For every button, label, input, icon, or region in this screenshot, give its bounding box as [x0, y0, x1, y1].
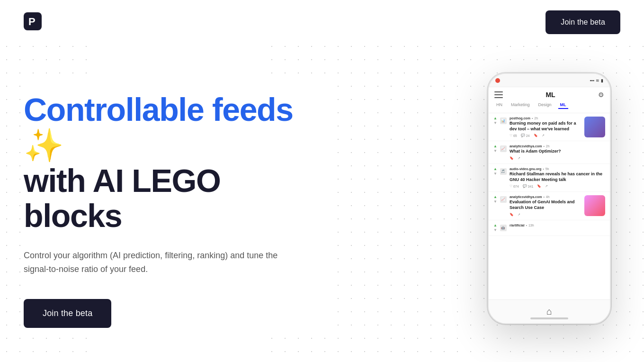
feed-actions: ♡ 674 💬 341 🔖 ↗: [510, 184, 605, 188]
share-btn[interactable]: ↗: [545, 184, 548, 188]
feed-thumbnail: [584, 117, 605, 137]
feed-sep: •: [543, 145, 544, 148]
recording-indicator: [495, 78, 500, 83]
vote-col: ▲ ▼: [493, 167, 497, 176]
bookmark-btn[interactable]: 🔖: [537, 184, 541, 188]
feed-title: Burning money on paid ads for a dev tool…: [510, 121, 581, 132]
downvote-button[interactable]: ▼: [493, 121, 497, 125]
feed-meta: analyticsvidhya.com • 4h: [510, 195, 581, 199]
tab-design[interactable]: Design: [537, 101, 554, 109]
home-icon[interactable]: ⌂: [546, 306, 552, 317]
feed-item: ▲ ▼ 🎵 audio-video.gnu.org • 5h: [489, 164, 610, 192]
tab-bar: HN Marketing Design ML: [494, 101, 604, 111]
feed-meta: analyticsvidhya.com • 2h: [510, 145, 605, 148]
upvote-button[interactable]: ▲: [493, 167, 497, 171]
phone-bottom-bar: ⌂: [489, 299, 610, 323]
feed-sep: •: [543, 167, 544, 171]
app-header-row: ML ⚙: [494, 91, 604, 99]
feed-title: Richard Stallman reveals he has cancer i…: [510, 172, 605, 182]
settings-icon[interactable]: ⚙: [598, 91, 604, 99]
tab-hn[interactable]: HN: [494, 101, 504, 109]
feed-thumbnail: [584, 195, 605, 216]
share-btn[interactable]: ↗: [542, 134, 545, 137]
home-indicator: [530, 317, 568, 319]
hamburger-icon[interactable]: [494, 91, 503, 98]
hero-subtitle: Control your algorithm (AI prediction, f…: [24, 249, 298, 276]
feed-title: Evaluation of GenAI Models and Search Us…: [510, 199, 581, 210]
downvote-button[interactable]: ▼: [493, 228, 497, 232]
bookmark-btn[interactable]: 🔖: [510, 213, 514, 217]
feed-content: analyticsvidhya.com • 4h Evaluation of G…: [510, 195, 581, 216]
tab-marketing[interactable]: Marketing: [509, 101, 532, 109]
feed-content: posthog.com • 2h Burning money on paid a…: [510, 117, 581, 137]
feed-sep: •: [543, 195, 544, 199]
logo-icon: P: [24, 12, 42, 30]
feed-source: analyticsvidhya.com: [510, 145, 542, 148]
feed-meta: posthog.com • 2h: [510, 117, 581, 120]
feed-content: analyticsvidhya.com • 2h What is Adam Op…: [510, 145, 605, 160]
feed-sep: •: [526, 224, 527, 227]
feed-time: 4h: [546, 195, 550, 199]
feed-source: posthog.com: [510, 117, 530, 120]
hero-title-line2: with AI LEGO blocks: [24, 163, 327, 234]
bookmark-btn[interactable]: 🔖: [510, 156, 514, 160]
battery-icon: ▮: [601, 78, 603, 83]
feed-meta: r/artificial • 13h: [510, 224, 605, 227]
feed-source-icon: 📈: [500, 145, 507, 152]
feed-source-icon: 📈: [500, 196, 507, 203]
app-title: ML: [546, 91, 555, 99]
comment-count: 💬 341: [523, 184, 534, 188]
feed-time: 13h: [528, 224, 534, 227]
hero-content: Controllable feeds ✨ with AI LEGO blocks…: [24, 82, 327, 328]
phone-status-bar: ▪▪▪ ≋ ▮: [489, 74, 610, 87]
bookmark-btn[interactable]: 🔖: [534, 134, 538, 137]
signal-icon: ▪▪▪: [590, 78, 594, 83]
downvote-button[interactable]: ▼: [493, 149, 497, 153]
feed-source: analyticsvidhya.com: [510, 195, 542, 199]
downvote-button[interactable]: ▼: [493, 200, 497, 204]
hero-title-line1: Controllable feeds ✨: [24, 92, 327, 163]
feed-source: r/artificial: [510, 224, 525, 227]
upvote-count: ♡ 65: [510, 134, 517, 137]
feed-time: •: [532, 117, 533, 120]
share-btn[interactable]: ↗: [518, 213, 520, 217]
vote-col: ▲ ▼: [493, 117, 497, 125]
hero-section: Controllable feeds ✨ with AI LEGO blocks…: [0, 45, 644, 362]
feed-list: ▲ ▼ 📊 posthog.com • 2h Burn: [489, 113, 610, 236]
hero-title: Controllable feeds ✨ with AI LEGO blocks: [24, 92, 327, 234]
svg-text:P: P: [28, 16, 36, 27]
logo: P: [24, 12, 42, 32]
feed-item: ▲ ▼ 📈 analyticsvidhya.com • 2h: [489, 141, 610, 164]
phone-mockup: ▪▪▪ ≋ ▮ ML ⚙ HN: [488, 73, 611, 324]
feed-actions: 🔖 ↗: [510, 156, 605, 160]
downvote-button[interactable]: ▼: [493, 172, 497, 176]
upvote-count: ♡ 674: [510, 184, 519, 188]
hero-join-beta-button[interactable]: Join the beta: [24, 299, 111, 328]
feed-time-val: 2h: [534, 117, 538, 120]
tab-ml[interactable]: ML: [558, 101, 568, 109]
feed-source-icon: 📊: [500, 118, 507, 124]
feed-actions: 🔖 ↗: [510, 213, 581, 217]
feed-meta: audio-video.gnu.org • 5h: [510, 167, 605, 171]
feed-source: audio-video.gnu.org: [510, 167, 541, 171]
feed-item: ▲ ▼ 🤖 r/artificial • 13h: [489, 220, 610, 236]
feed-time: 2h: [546, 145, 550, 148]
feed-time: 5h: [546, 167, 549, 171]
feed-content: audio-video.gnu.org • 5h Richard Stallma…: [510, 167, 605, 188]
upvote-button[interactable]: ▲: [493, 195, 497, 199]
wifi-icon: ≋: [596, 78, 599, 83]
feed-title: What is Adam Optimizer?: [510, 149, 605, 154]
share-btn[interactable]: ↗: [518, 156, 520, 160]
status-right: ▪▪▪ ≋ ▮: [590, 78, 603, 83]
feed-source-icon: 🎵: [500, 168, 507, 175]
upvote-button[interactable]: ▲: [493, 145, 497, 148]
upvote-button[interactable]: ▲: [493, 117, 497, 120]
vote-col: ▲ ▼: [493, 145, 497, 153]
app-header: ML ⚙ HN Marketing Design ML: [489, 87, 610, 113]
status-left: [495, 78, 500, 83]
navbar: P Join the beta: [0, 0, 644, 45]
vote-col: ▲ ▼: [493, 195, 497, 204]
feed-item: ▲ ▼ 📊 posthog.com • 2h Burn: [489, 113, 610, 141]
nav-join-beta-button[interactable]: Join the beta: [546, 10, 620, 34]
upvote-button[interactable]: ▲: [493, 224, 497, 227]
